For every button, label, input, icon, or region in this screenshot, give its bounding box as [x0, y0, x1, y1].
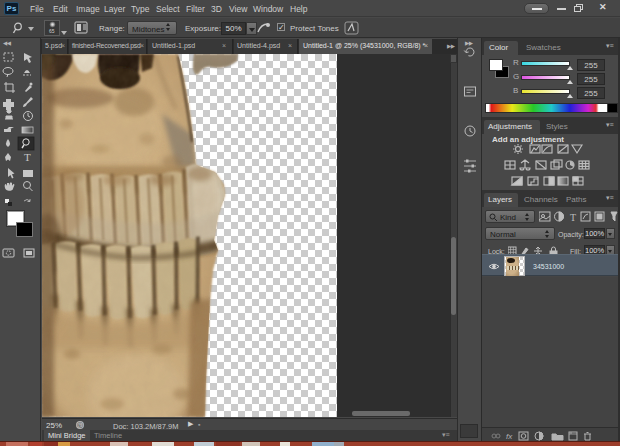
svg-text:T: T: [24, 151, 31, 163]
svg-text:T: T: [570, 212, 576, 223]
svg-text:fx: fx: [506, 432, 513, 441]
